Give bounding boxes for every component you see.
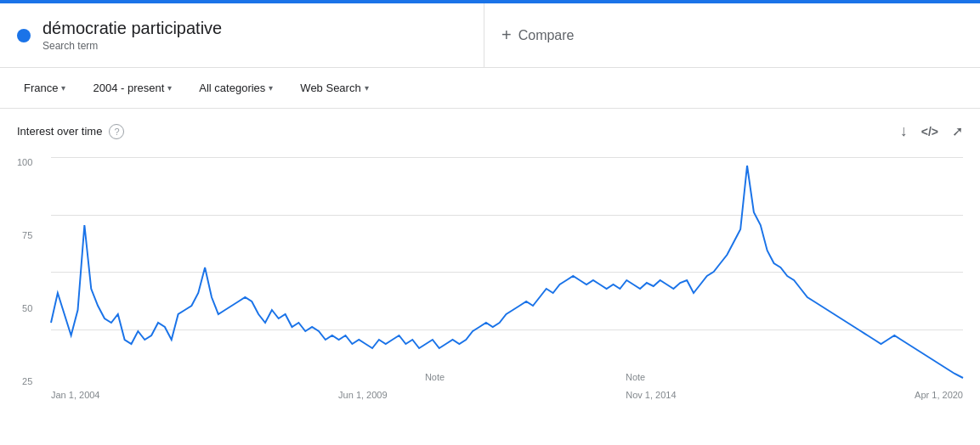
term-color-dot bbox=[17, 29, 31, 42]
timerange-label: 2004 - present bbox=[93, 82, 164, 94]
trend-chart-svg bbox=[51, 157, 963, 386]
help-icon[interactable]: ? bbox=[109, 124, 124, 139]
searchtype-chevron: ▾ bbox=[365, 83, 369, 93]
compare-label: Compare bbox=[518, 28, 575, 43]
x-label-2009: Jun 1, 2009 bbox=[338, 390, 388, 400]
region-label: France bbox=[24, 82, 58, 94]
chart-section: Interest over time ? ↓ </> ➚ 100 75 50 2… bbox=[0, 109, 980, 429]
search-term-section: démocratie participative Search term bbox=[0, 3, 484, 67]
timerange-filter[interactable]: 2004 - present ▾ bbox=[82, 76, 182, 99]
compare-button[interactable]: + Compare bbox=[501, 25, 575, 45]
categories-filter[interactable]: All categories ▾ bbox=[189, 76, 283, 99]
x-label-2004: Jan 1, 2004 bbox=[51, 390, 100, 400]
header: démocratie participative Search term + C… bbox=[0, 3, 980, 68]
chart-title: Interest over time bbox=[17, 125, 102, 138]
region-filter[interactable]: France ▾ bbox=[14, 76, 76, 99]
chart-header: Interest over time ? ↓ </> ➚ bbox=[17, 122, 963, 140]
y-label-100: 100 bbox=[17, 157, 32, 167]
share-icon[interactable]: ➚ bbox=[952, 123, 963, 139]
search-term-subtitle: Search term bbox=[42, 40, 222, 52]
y-label-75: 75 bbox=[22, 230, 32, 240]
note-label-1: Note bbox=[425, 372, 445, 382]
categories-chevron: ▾ bbox=[269, 83, 273, 93]
x-axis: Jan 1, 2004 Jun 1, 2009 Nov 1, 2014 Apr … bbox=[51, 386, 963, 412]
y-axis: 100 75 50 25 bbox=[17, 157, 39, 386]
download-icon[interactable]: ↓ bbox=[900, 122, 908, 140]
region-chevron: ▾ bbox=[61, 83, 65, 93]
search-term-title: démocratie participative bbox=[42, 19, 222, 38]
chart-title-row: Interest over time ? bbox=[17, 124, 124, 139]
chart-actions: ↓ </> ➚ bbox=[900, 122, 963, 140]
term-text: démocratie participative Search term bbox=[42, 19, 222, 52]
chart-container: 100 75 50 25 Note Note Jan 1, 2004 bbox=[51, 157, 963, 412]
timerange-chevron: ▾ bbox=[167, 83, 172, 93]
help-question-mark: ? bbox=[114, 127, 119, 137]
x-label-2020: Apr 1, 2020 bbox=[915, 390, 963, 400]
filters-bar: France ▾ 2004 - present ▾ All categories… bbox=[0, 68, 980, 109]
categories-label: All categories bbox=[199, 82, 265, 94]
searchtype-filter[interactable]: Web Search ▾ bbox=[290, 76, 378, 99]
compare-section: + Compare bbox=[484, 3, 980, 67]
embed-code-icon[interactable]: </> bbox=[921, 125, 938, 138]
y-label-50: 50 bbox=[22, 303, 32, 313]
y-label-25: 25 bbox=[22, 376, 32, 386]
searchtype-label: Web Search bbox=[300, 82, 360, 94]
chart-area: Note Note bbox=[51, 157, 963, 386]
x-label-2014: Nov 1, 2014 bbox=[626, 390, 676, 400]
compare-plus-icon: + bbox=[501, 25, 512, 45]
note-label-2: Note bbox=[626, 372, 645, 382]
